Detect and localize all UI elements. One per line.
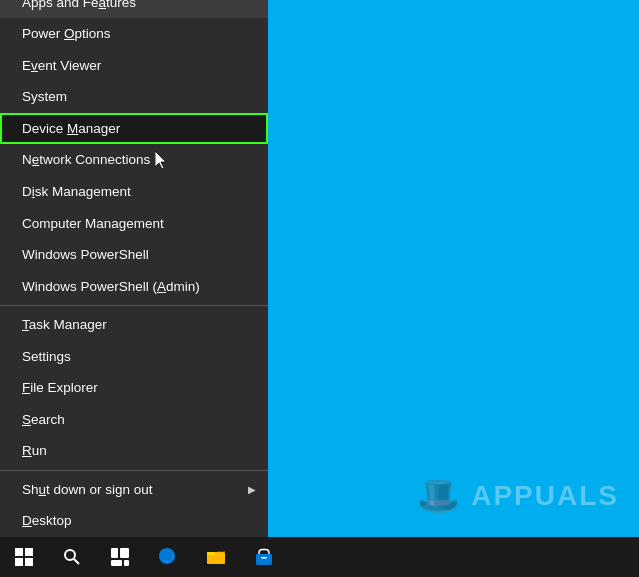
menu-item-desktop[interactable]: Desktop xyxy=(0,505,268,537)
menu-item-event-viewer[interactable]: Event Viewer xyxy=(0,50,268,82)
menu-label-power-options: Power Options xyxy=(22,25,111,43)
menu-divider-2 xyxy=(0,470,268,471)
menu-label-file-explorer: File Explorer xyxy=(22,379,98,397)
windows-icon xyxy=(15,548,33,566)
watermark: 🎩 APPUALS xyxy=(416,475,619,517)
svg-point-4 xyxy=(65,550,75,560)
menu-label-task-manager: Task Manager xyxy=(22,316,107,334)
menu-item-network-connections[interactable]: Network Connections xyxy=(0,144,268,176)
taskbar xyxy=(0,537,639,577)
menu-label-network-connections: Network Connections xyxy=(22,151,150,169)
svg-rect-12 xyxy=(256,554,272,565)
menu-item-device-manager[interactable]: Device Manager xyxy=(0,113,268,145)
taskbar-explorer-button[interactable] xyxy=(192,537,240,577)
menu-item-run[interactable]: Run xyxy=(0,435,268,467)
taskbar-store-button[interactable] xyxy=(240,537,288,577)
store-icon xyxy=(255,548,273,566)
svg-rect-6 xyxy=(111,548,118,558)
menu-label-search: Search xyxy=(22,411,65,429)
menu-label-desktop: Desktop xyxy=(22,512,72,530)
svg-rect-1 xyxy=(25,548,33,556)
edge-icon xyxy=(159,548,177,566)
svg-rect-0 xyxy=(15,548,23,556)
menu-label-disk-management: Disk Management xyxy=(22,183,131,201)
menu-label-computer-management: Computer Management xyxy=(22,215,164,233)
menu-divider-1 xyxy=(0,305,268,306)
svg-rect-3 xyxy=(25,558,33,566)
svg-rect-9 xyxy=(124,560,129,566)
search-icon xyxy=(63,548,81,566)
svg-rect-8 xyxy=(111,560,122,566)
menu-label-event-viewer: Event Viewer xyxy=(22,57,101,75)
svg-rect-11 xyxy=(207,552,215,555)
menu-item-computer-management[interactable]: Computer Management xyxy=(0,208,268,240)
taskbar-task-view-button[interactable] xyxy=(96,537,144,577)
explorer-icon xyxy=(207,548,225,566)
menu-label-device-manager: Device Manager xyxy=(22,120,120,138)
menu-item-system[interactable]: System xyxy=(0,81,268,113)
task-view-icon xyxy=(111,548,129,566)
menu-label-apps-features: Apps and Features xyxy=(22,0,136,11)
menu-label-system: System xyxy=(22,88,67,106)
menu-item-task-manager[interactable]: Task Manager xyxy=(0,309,268,341)
svg-rect-2 xyxy=(15,558,23,566)
menu-item-windows-powershell-admin[interactable]: Windows PowerShell (Admin) xyxy=(0,271,268,303)
menu-item-disk-management[interactable]: Disk Management xyxy=(0,176,268,208)
svg-rect-13 xyxy=(261,557,267,559)
menu-label-shut-down-sign-out: Shut down or sign out xyxy=(22,481,153,499)
menu-item-power-options[interactable]: Power Options xyxy=(0,18,268,50)
menu-item-search[interactable]: Search xyxy=(0,404,268,436)
watermark-text: APPUALS xyxy=(471,480,619,512)
menu-label-run: Run xyxy=(22,442,47,460)
svg-rect-7 xyxy=(120,548,129,558)
taskbar-edge-button[interactable] xyxy=(144,537,192,577)
menu-item-file-explorer[interactable]: File Explorer xyxy=(0,372,268,404)
taskbar-search-button[interactable] xyxy=(48,537,96,577)
menu-item-settings[interactable]: Settings xyxy=(0,341,268,373)
menu-item-apps-features[interactable]: Apps and Features xyxy=(0,0,268,18)
start-button[interactable] xyxy=(0,537,48,577)
menu-item-windows-powershell[interactable]: Windows PowerShell xyxy=(0,239,268,271)
menu-label-windows-powershell-admin: Windows PowerShell (Admin) xyxy=(22,278,200,296)
context-menu: Apps and Features Power Options Event Vi… xyxy=(0,0,268,537)
menu-item-shut-down-sign-out[interactable]: Shut down or sign out xyxy=(0,474,268,506)
menu-label-windows-powershell: Windows PowerShell xyxy=(22,246,149,264)
menu-label-settings: Settings xyxy=(22,348,71,366)
svg-line-5 xyxy=(74,559,79,564)
